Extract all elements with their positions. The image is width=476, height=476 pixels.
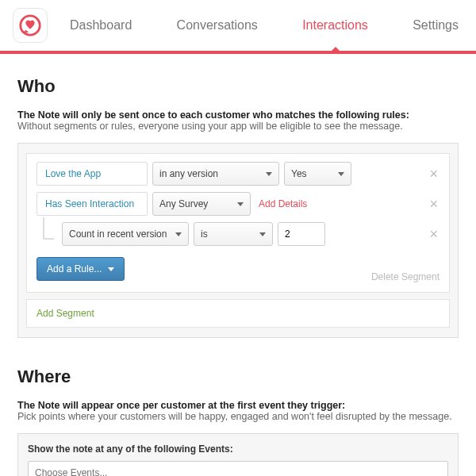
heart-bubble-icon (18, 13, 42, 37)
survey-select-label: Any Survey (159, 198, 208, 209)
chevron-down-icon (266, 172, 272, 176)
where-lead-strong: The Note will appear once per customer a… (17, 400, 459, 411)
remove-rule-icon[interactable]: × (428, 197, 440, 211)
value-select-label: Yes (291, 168, 307, 179)
tab-dashboard[interactable]: Dashboard (65, 1, 136, 50)
events-label: Show the note at any of the following Ev… (28, 443, 448, 455)
rule-sub-row: Count in recent version is × (36, 222, 440, 246)
chevron-down-icon (237, 202, 244, 206)
where-lead-sub: Pick points where your customers will be… (17, 411, 459, 422)
tab-conversations[interactable]: Conversations (172, 1, 263, 50)
delete-segment-link[interactable]: Delete Segment (371, 271, 440, 282)
remove-rule-icon[interactable]: × (428, 167, 440, 181)
survey-select[interactable]: Any Survey (152, 192, 251, 216)
count-input[interactable] (278, 222, 325, 246)
version-select-label: in any version (159, 168, 218, 179)
tab-settings[interactable]: Settings (408, 1, 463, 50)
chevron-down-icon (259, 232, 266, 236)
metric-select-label: Count in recent version (69, 228, 167, 240)
rule-chip[interactable]: Has Seen Interaction (36, 192, 148, 216)
version-select[interactable]: in any version (152, 162, 279, 186)
segment-box: Love the App in any version Yes × Has Se… (26, 153, 450, 293)
remove-rule-icon[interactable]: × (428, 227, 440, 241)
where-heading: Where (17, 367, 459, 387)
metric-select[interactable]: Count in recent version (62, 222, 189, 246)
add-segment-button[interactable]: Add Segment (26, 299, 450, 328)
who-lead-strong: The Note will only be sent once to each … (17, 109, 459, 121)
chevron-down-icon (108, 267, 114, 271)
who-heading: Who (17, 76, 459, 97)
indent-line (43, 217, 54, 240)
events-input[interactable] (28, 461, 448, 476)
operator-select[interactable]: is (194, 222, 273, 246)
rule-row: Has Seen Interaction Any Survey Add Deta… (36, 192, 440, 216)
chevron-down-icon (175, 232, 182, 236)
add-rule-label: Add a Rule... (47, 263, 102, 274)
events-panel: Show the note at any of the following Ev… (17, 433, 459, 476)
rule-chip[interactable]: Love the App (36, 162, 148, 186)
rules-panel: Love the App in any version Yes × Has Se… (17, 143, 459, 338)
chevron-down-icon (338, 172, 344, 176)
add-rule-button[interactable]: Add a Rule... (36, 257, 125, 281)
operator-select-label: is (201, 228, 208, 240)
who-lead-sub: Without segments or rules, everyone usin… (17, 121, 459, 132)
rule-row: Love the App in any version Yes × (36, 162, 440, 186)
top-nav: Dashboard Conversations Interactions Set… (0, 0, 476, 54)
app-logo (13, 8, 48, 43)
value-select[interactable]: Yes (284, 162, 351, 186)
tab-interactions[interactable]: Interactions (298, 1, 373, 50)
add-details-link[interactable]: Add Details (259, 198, 307, 209)
